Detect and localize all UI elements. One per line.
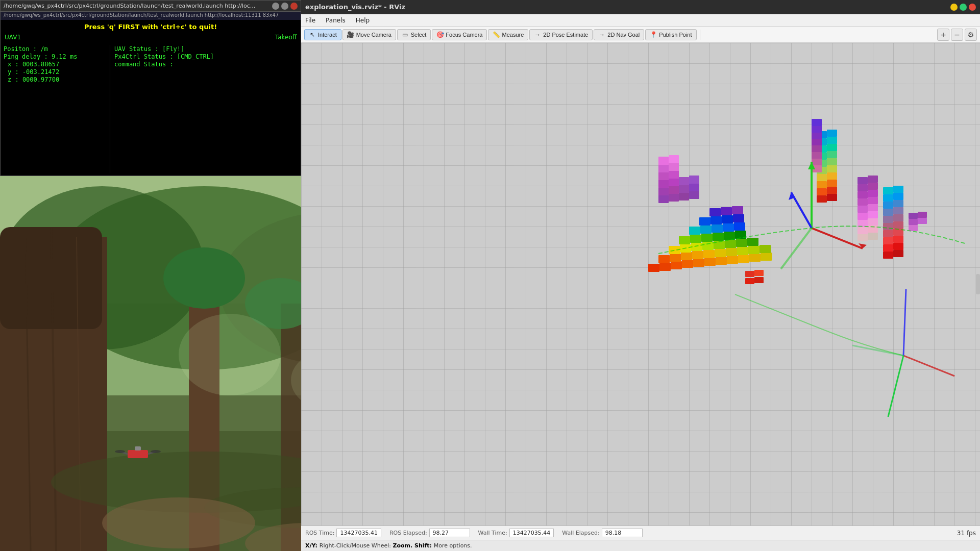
toolbar-separator (700, 30, 700, 40)
svg-rect-133 (857, 206, 868, 213)
svg-rect-65 (724, 232, 735, 240)
ros-elapsed-value: 98.27 (429, 529, 470, 537)
svg-rect-109 (817, 174, 827, 181)
toolbar-plus-button[interactable]: + (937, 29, 949, 41)
svg-rect-88 (669, 163, 679, 171)
svg-rect-32 (648, 264, 659, 272)
svg-rect-143 (883, 187, 893, 194)
svg-rect-56 (702, 242, 714, 250)
svg-rect-49 (726, 248, 737, 256)
rviz-close-button[interactable] (969, 4, 976, 11)
svg-rect-127 (857, 184, 868, 191)
svg-rect-34 (671, 261, 682, 269)
rviz-maximize-button[interactable] (960, 4, 967, 11)
svg-rect-90 (669, 155, 679, 163)
svg-rect-170 (745, 271, 754, 277)
svg-rect-110 (827, 172, 837, 180)
svg-rect-161 (883, 252, 893, 259)
svg-rect-46 (692, 251, 703, 259)
viewport-resize-handle[interactable] (976, 274, 980, 294)
svg-point-19 (102, 497, 255, 548)
svg-rect-51 (748, 246, 760, 254)
interact-button[interactable]: ↖ Interact (304, 29, 341, 40)
svg-rect-160 (893, 243, 903, 250)
svg-rect-58 (725, 240, 736, 248)
svg-point-30 (179, 314, 281, 395)
menu-panels[interactable]: Panels (324, 16, 348, 25)
svg-rect-120 (812, 119, 822, 126)
svg-rect-145 (883, 194, 893, 202)
menu-file[interactable]: File (303, 16, 317, 25)
select-label: Select (411, 32, 427, 38)
svg-line-172 (812, 228, 863, 248)
rviz-statusbar: ROS Time: 13427035.41 ROS Elapsed: 98.27… (301, 525, 980, 540)
voxel-visualization (301, 43, 980, 525)
svg-rect-73 (710, 216, 722, 224)
svg-rect-82 (669, 186, 679, 194)
xy-highlight: X/Y: (305, 542, 320, 549)
move-camera-button[interactable]: 🎥 Move Camera (342, 29, 396, 40)
svg-rect-111 (817, 181, 827, 188)
svg-rect-132 (868, 197, 878, 204)
svg-rect-129 (857, 191, 868, 198)
svg-rect-121 (812, 145, 822, 153)
terminal-url-bar: /home/gwq/ws_px4ctrl/src/px4ctrl/groundS… (1, 12, 301, 20)
svg-rect-59 (736, 239, 747, 247)
svg-rect-62 (690, 235, 701, 243)
svg-rect-150 (893, 207, 903, 214)
svg-rect-52 (760, 245, 771, 253)
svg-rect-76 (709, 208, 721, 216)
svg-rect-117 (812, 139, 822, 146)
svg-rect-147 (883, 202, 893, 209)
wall-time-item: Wall Time: 13427035.44 (478, 529, 554, 537)
pose-estimate-icon: → (534, 31, 541, 38)
svg-rect-113 (817, 188, 827, 195)
svg-rect-155 (883, 230, 893, 237)
terminal-maximize-button[interactable] (281, 3, 288, 10)
svg-rect-61 (679, 236, 690, 244)
terminal-minimize-button[interactable] (272, 3, 279, 10)
toolbar-minus-button[interactable]: − (951, 29, 963, 41)
interact-icon: ↖ (309, 31, 316, 38)
svg-rect-125 (857, 177, 868, 184)
svg-rect-84 (669, 178, 679, 186)
nav-goal-button[interactable]: → 2D Nav Goal (594, 29, 644, 40)
select-button[interactable]: ▭ Select (397, 29, 431, 40)
svg-point-25 (115, 450, 125, 453)
rviz-minimize-button[interactable] (950, 4, 958, 11)
svg-rect-158 (893, 236, 903, 243)
svg-rect-81 (658, 187, 669, 195)
svg-rect-123 (812, 159, 822, 166)
terminal-titlebar: /home/gwq/ws_px4ctrl/src/px4ctrl/groundS… (1, 1, 301, 12)
svg-line-180 (888, 356, 903, 417)
svg-rect-96 (689, 176, 699, 184)
cmd-status: command Status : (114, 61, 297, 68)
fps-value: 31 fps (957, 530, 976, 537)
svg-rect-166 (918, 218, 927, 224)
publish-point-button[interactable]: 📍 Publish Point (645, 29, 696, 40)
toolbar-settings-button[interactable]: ⚙ (965, 29, 977, 41)
wall-elapsed-item: Wall Elapsed: 98.18 (562, 529, 642, 537)
pose-estimate-button[interactable]: → 2D Pose Estimate (529, 29, 593, 40)
svg-rect-37 (704, 258, 716, 266)
position-label: Positon : /m (4, 45, 107, 53)
rviz-toolbar: ↖ Interact 🎥 Move Camera ▭ Select 🎯 Focu… (301, 27, 980, 43)
svg-rect-42 (761, 253, 772, 261)
svg-rect-159 (883, 244, 893, 252)
wall-time-value: 13427035.44 (509, 529, 554, 537)
px4ctrl-status: Px4Ctrl Status : [CMD_CTRL] (114, 53, 297, 60)
measure-button[interactable]: 📏 Measure (488, 29, 528, 40)
svg-rect-168 (745, 278, 754, 284)
svg-rect-78 (732, 206, 743, 214)
svg-rect-154 (893, 221, 903, 229)
terminal-close-button[interactable] (290, 3, 298, 10)
svg-rect-38 (716, 257, 727, 265)
wall-time-label: Wall Time: (478, 530, 507, 536)
x-coord: x : 0003.88657 (4, 61, 107, 68)
svg-rect-157 (883, 237, 893, 244)
svg-rect-139 (857, 227, 868, 234)
pose-estimate-label: 2D Pose Estimate (543, 32, 588, 38)
focus-camera-button[interactable]: 🎯 Focus Camera (432, 29, 487, 40)
rviz-3d-viewport[interactable] (301, 43, 980, 525)
menu-help[interactable]: Help (354, 16, 372, 25)
